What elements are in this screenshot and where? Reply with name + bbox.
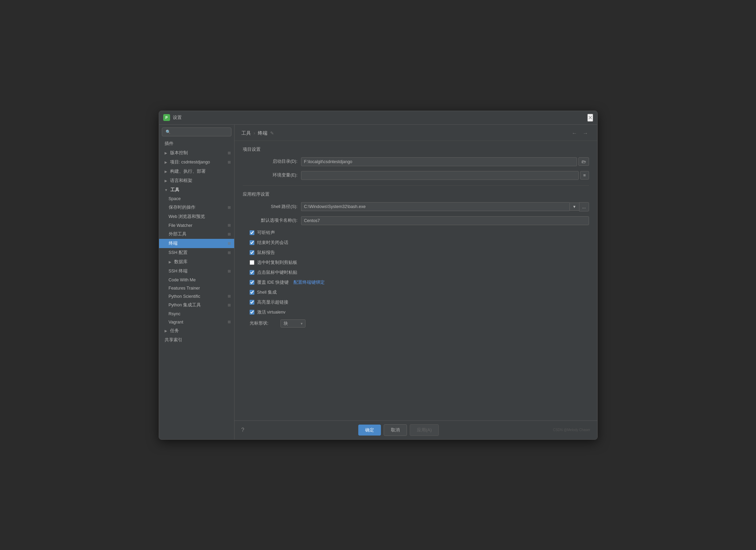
sidebar-item-external-tools[interactable]: 外部工具 ⊞ [159, 230, 234, 239]
shell-path-more-button[interactable]: ... [579, 202, 589, 211]
nav-buttons: ← → [570, 130, 590, 137]
sidebar-item-web-browser-label: Web 浏览器和预览 [169, 214, 205, 220]
search-box[interactable]: 🔍 [162, 127, 231, 136]
main-content: 🔍 插件 ▶ 版本控制 ⊞ ▶ 项目: csdntestdjango ⊞ ▶ [159, 125, 597, 439]
confirm-button[interactable]: 确定 [358, 425, 381, 436]
tab-name-label: 默认选项卡名称(I): [243, 218, 298, 223]
cursor-shape-select[interactable]: 块 下划线 竖线 [280, 319, 305, 328]
tab-name-row: 默认选项卡名称(I): [243, 216, 589, 225]
sidebar-item-save-ops[interactable]: 保存时的操作 ⊞ [159, 203, 234, 212]
search-input[interactable] [173, 130, 228, 134]
checkbox-shell-integration-label[interactable]: Shell 集成 [257, 290, 277, 295]
breadcrumb: 工具 › 终端 [241, 130, 267, 136]
sidebar-item-space-label: Space [169, 196, 181, 201]
checkbox-override-ide-label[interactable]: 覆盖 IDE 快捷键 [257, 280, 289, 285]
sidebar-item-vcs[interactable]: ▶ 版本控制 ⊞ [159, 148, 234, 158]
main-header: 工具 › 终端 ✎ ← → [235, 125, 597, 141]
sidebar-item-ssh-terminal[interactable]: SSH 终端 ⊞ [159, 267, 234, 276]
arrow-icon: ▼ [165, 188, 168, 192]
env-vars-input-wrapper: ≡ [301, 171, 589, 180]
vg-badge-icon: ⊞ [228, 320, 231, 324]
arrow-icon: ▶ [165, 329, 167, 333]
sidebar-item-rsync[interactable]: Rsync [159, 310, 234, 318]
sidebar-item-save-ops-label: 保存时的操作 [169, 205, 195, 210]
env-vars-input[interactable] [301, 171, 579, 180]
sidebar-item-tools[interactable]: ▼ 工具 [159, 185, 234, 195]
checkbox-bell[interactable] [250, 230, 254, 235]
checkbox-close-on-exit[interactable] [250, 240, 254, 245]
sidebar-item-terminal-label: 终端 [169, 241, 178, 246]
checkbox-override-ide[interactable] [250, 280, 254, 285]
startup-dir-input-wrapper: 🗁 [301, 157, 589, 166]
nav-back-button[interactable]: ← [570, 130, 579, 137]
startup-dir-input[interactable] [301, 157, 577, 166]
window-title: 设置 [173, 114, 182, 121]
sidebar-item-web-browser[interactable]: Web 浏览器和预览 [159, 212, 234, 221]
sidebar-item-build[interactable]: ▶ 构建、执行、部署 [159, 167, 234, 176]
sidebar-item-shared-index[interactable]: 共享索引 [159, 335, 234, 345]
sidebar-item-python-tools[interactable]: Python 集成工具 ⊞ [159, 301, 234, 310]
sidebar-item-code-with-me[interactable]: Code With Me [159, 276, 234, 284]
checkbox-highlight-links-row: 高亮显示超链接 [243, 300, 589, 305]
checkbox-copy-on-select[interactable] [250, 260, 254, 265]
startup-dir-browse-button[interactable]: 🗁 [578, 157, 589, 166]
shell-path-input-wrapper: ▼ ... [301, 202, 589, 211]
search-icon: 🔍 [166, 130, 171, 134]
checkbox-activate-virtualenv[interactable] [250, 310, 254, 315]
cancel-button[interactable]: 取消 [384, 424, 407, 436]
env-vars-edit-button[interactable]: ≡ [580, 171, 589, 180]
checkbox-activate-virtualenv-label[interactable]: 激活 virtualenv [257, 309, 286, 315]
fw-badge-icon: ⊞ [228, 223, 231, 228]
checkbox-paste-on-middle-row: 点击鼠标中键时粘贴 [243, 270, 589, 276]
close-button[interactable]: ✕ [587, 114, 593, 122]
configure-keybindings-link[interactable]: 配置终端键绑定 [293, 280, 325, 285]
checkbox-close-on-exit-row: 结束时关闭会话 [243, 240, 589, 246]
shell-path-dropdown-button[interactable]: ▼ [569, 203, 579, 211]
main-panel: 工具 › 终端 ✎ ← → 项目设置 启动目录(D): [235, 125, 597, 439]
checkbox-paste-on-middle-label[interactable]: 点击鼠标中键时粘贴 [257, 270, 297, 276]
checkbox-override-ide-row: 覆盖 IDE 快捷键 配置终端键绑定 [243, 280, 589, 285]
shell-path-label: Shell 路径(S): [243, 204, 298, 210]
vcs-badge-icon: ⊞ [228, 151, 231, 155]
sidebar-item-database[interactable]: ▶ 数据库 [159, 257, 234, 267]
sidebar-item-project[interactable]: ▶ 项目: csdntestdjango ⊞ [159, 158, 234, 167]
sidebar-item-features-trainer-label: Features Trainer [169, 286, 200, 291]
sidebar-item-space[interactable]: Space [159, 195, 234, 203]
checkbox-shell-integration[interactable] [250, 290, 254, 295]
footer-left: ? [241, 427, 244, 433]
save-ops-badge-icon: ⊞ [228, 205, 231, 210]
tab-name-input[interactable] [301, 216, 589, 225]
sidebar-item-build-label: 构建、执行、部署 [170, 169, 206, 174]
shell-path-input[interactable] [301, 202, 569, 211]
sidebar-item-python-scientific[interactable]: Python Scientific ⊞ [159, 292, 234, 301]
sidebar-item-file-watcher[interactable]: File Watcher ⊞ [159, 221, 234, 230]
sidebar-item-lang[interactable]: ▶ 语言和框架 [159, 176, 234, 185]
sidebar-item-features-trainer[interactable]: Features Trainer [159, 284, 234, 292]
sidebar-item-plugins-label: 插件 [165, 141, 173, 147]
checkbox-close-on-exit-label[interactable]: 结束时关闭会话 [257, 240, 288, 246]
sidebar-item-vagrant[interactable]: Vagrant ⊞ [159, 318, 234, 326]
checkbox-mouse-report-label[interactable]: 鼠标报告 [257, 250, 275, 256]
checkbox-bell-label[interactable]: 可听铃声 [257, 230, 275, 236]
sidebar-item-rsync-label: Rsync [169, 311, 181, 316]
ssh-badge-icon: ⊞ [228, 250, 231, 255]
checkbox-paste-on-middle[interactable] [250, 270, 254, 275]
checkbox-highlight-links-label[interactable]: 高亮显示超链接 [257, 300, 288, 305]
sidebar-item-terminal[interactable]: 终端 ⊞ [159, 239, 234, 248]
checkbox-copy-on-select-row: 选中时复制到剪贴板 [243, 260, 589, 266]
apply-button[interactable]: 应用(A) [410, 424, 439, 436]
sidebar-item-ssh-terminal-label: SSH 终端 [169, 268, 188, 274]
nav-forward-button[interactable]: → [581, 130, 590, 137]
sidebar-item-plugins[interactable]: 插件 [159, 139, 234, 148]
help-button[interactable]: ? [241, 427, 244, 433]
arrow-icon: ▶ [165, 170, 167, 173]
section1-title: 项目设置 [243, 146, 589, 152]
checkbox-copy-on-select-label[interactable]: 选中时复制到剪贴板 [257, 260, 297, 266]
footer: ? 确定 取消 应用(A) CSDN @Melody Chaser [235, 420, 597, 439]
sidebar-item-tasks[interactable]: ▶ 任务 [159, 326, 234, 335]
checkbox-mouse-report[interactable] [250, 250, 254, 255]
checkbox-highlight-links[interactable] [250, 300, 254, 305]
arrow-icon: ▶ [165, 160, 167, 164]
section2-title: 应用程序设置 [243, 191, 589, 197]
sidebar-item-ssh-config[interactable]: SSH 配置 ⊞ [159, 248, 234, 257]
